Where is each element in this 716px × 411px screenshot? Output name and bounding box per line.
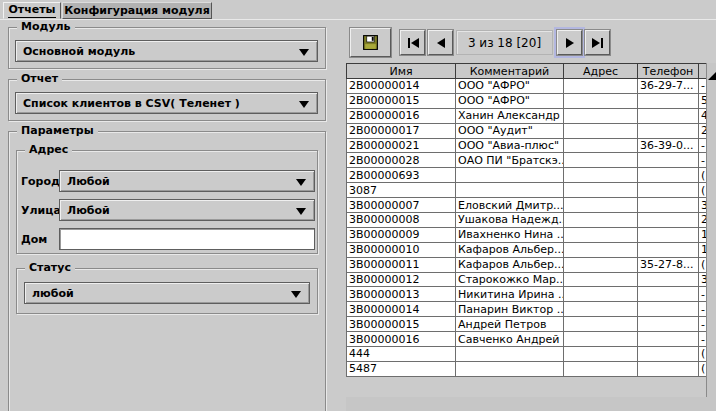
tab-module-config[interactable]: Конфигурация модуля — [62, 2, 212, 19]
table-cell: Старокожко Мар... — [456, 272, 564, 287]
table-row[interactable]: 3087( — [347, 183, 707, 198]
column-header[interactable]: Телефон — [638, 64, 699, 79]
first-record-icon — [407, 38, 419, 48]
table-cell: 2B00000017 — [347, 123, 456, 138]
dropdown-arrow-icon — [291, 291, 301, 303]
report-select[interactable]: Список клиентов в CSV( Теленет ) — [15, 92, 318, 114]
table-row[interactable]: 3B00000011Кафаров Альбер...35-27-8...( — [347, 257, 707, 272]
column-header[interactable]: Адрес — [564, 64, 638, 79]
table-cell: 2B00000021 — [347, 138, 456, 153]
scroll-up-icon — [708, 71, 716, 80]
table-cell — [638, 302, 699, 317]
table-cell — [456, 361, 564, 376]
table-row[interactable]: 3B00000012Старокожко Мар...3 — [347, 272, 707, 287]
table-cell — [638, 183, 699, 198]
table-cell: 2B00000014 — [347, 79, 456, 94]
table-cell — [456, 347, 564, 362]
table-row[interactable]: 3B00000013Никитина Ирина ...- — [347, 287, 707, 302]
table-cell: 36-39-0... — [638, 138, 699, 153]
table-row[interactable]: 2B00000017ООО "Аудит"2 — [347, 123, 707, 138]
next-record-button[interactable] — [557, 30, 582, 55]
table-row[interactable]: 2B00000014ООО "АФРО"36-29-7...- — [347, 79, 707, 94]
table-cell — [564, 213, 638, 228]
dropdown-arrow-icon — [299, 49, 309, 61]
table-row[interactable]: 3B00000015Андрей Петров- — [347, 317, 707, 332]
table-row[interactable]: 2B00000016Ханин Александр4 — [347, 108, 707, 123]
table-row[interactable]: 2B00000028ОАО ПИ "Братскэ...- — [347, 153, 707, 168]
prev-record-button[interactable] — [428, 30, 453, 55]
table-row[interactable]: 2B00000015ООО "АФРО"5 — [347, 93, 707, 108]
table-cell — [564, 183, 638, 198]
table-row[interactable]: 2B00000693( — [347, 168, 707, 183]
table-row[interactable]: 2B00000021ООО "Авиа-плюс"36-39-0...- — [347, 138, 707, 153]
record-counter-text: 3 из 18 [20] — [468, 36, 541, 50]
table-cell — [564, 198, 638, 213]
table-cell — [564, 79, 638, 94]
table-cell — [638, 168, 699, 183]
tab-module-config-label: Конфигурация модуля — [64, 4, 209, 17]
city-select[interactable]: Любой — [59, 170, 315, 192]
city-label: Город — [21, 170, 60, 192]
table-cell: 3B00000009 — [347, 227, 456, 242]
table-cell — [638, 317, 699, 332]
vertical-scrollbar[interactable] — [706, 63, 716, 397]
table-cell — [564, 168, 638, 183]
house-label: Дом — [21, 228, 47, 250]
table-cell: 2B00000693 — [347, 168, 456, 183]
table-row[interactable]: 3B00000008Ушакова Надежд...2 — [347, 213, 707, 228]
table-cell — [564, 361, 638, 376]
column-header[interactable]: Комментарий — [456, 64, 564, 79]
table-cell — [456, 183, 564, 198]
column-header[interactable]: Имя — [347, 64, 456, 79]
dropdown-arrow-icon — [299, 101, 309, 113]
table-cell: 3B00000013 — [347, 287, 456, 302]
table-cell — [564, 153, 638, 168]
table-cell — [638, 198, 699, 213]
client-table-header: ИмяКомментарийАдресТелефон — [347, 64, 707, 79]
table-cell: 3B00000011 — [347, 257, 456, 272]
save-icon — [362, 34, 379, 51]
table-cell: 5487 — [347, 361, 456, 376]
table-cell — [638, 123, 699, 138]
status-select-value: любой — [32, 287, 74, 300]
module-select[interactable]: Основной модуль — [15, 40, 318, 62]
last-record-icon — [592, 38, 604, 48]
table-cell: Никитина Ирина ... — [456, 287, 564, 302]
next-record-icon — [566, 38, 574, 48]
table-row[interactable]: 3B00000010Кафаров Альбер...1 — [347, 242, 707, 257]
table-row[interactable]: 5487( — [347, 361, 707, 376]
table-cell — [638, 347, 699, 362]
table-row[interactable]: 3B00000007Еловский Дмитр...3 — [347, 198, 707, 213]
dropdown-arrow-icon — [296, 208, 306, 220]
table-cell — [456, 168, 564, 183]
status-select[interactable]: любой — [24, 282, 310, 304]
table-cell — [564, 108, 638, 123]
table-cell: Савченко Андрей — [456, 332, 564, 347]
module-group-label: Модуль — [17, 20, 75, 34]
table-row[interactable]: 3B00000016Савченко Андрей- — [347, 332, 707, 347]
first-record-button[interactable] — [400, 30, 425, 55]
table-row[interactable]: 444( — [347, 347, 707, 362]
tab-reports[interactable]: Отчеты — [3, 2, 61, 19]
table-row[interactable]: 3B00000009Ивахненко Нина ...1 — [347, 227, 707, 242]
params-group-label: Параметры — [17, 124, 98, 138]
table-cell — [638, 227, 699, 242]
address-group-label: Адрес — [25, 143, 72, 157]
street-select[interactable]: Любой — [59, 199, 315, 221]
horizontal-scrollbar[interactable] — [346, 397, 716, 411]
module-select-value: Основной модуль — [23, 45, 135, 58]
table-cell — [564, 257, 638, 272]
tab-strip-divider — [0, 19, 716, 20]
table-cell — [564, 302, 638, 317]
house-input[interactable] — [59, 228, 315, 250]
table-row[interactable]: 3B00000014Панарин Виктор ...- — [347, 302, 707, 317]
save-button[interactable] — [350, 28, 391, 57]
table-cell: 3B00000008 — [347, 213, 456, 228]
table-cell — [638, 361, 699, 376]
table-cell — [638, 332, 699, 347]
client-table-body: 2B00000014ООО "АФРО"36-29-7...-2B0000001… — [347, 79, 707, 377]
table-cell: 3B00000012 — [347, 272, 456, 287]
table-cell — [564, 227, 638, 242]
last-record-button[interactable] — [585, 30, 610, 55]
table-cell: ООО "Аудит" — [456, 123, 564, 138]
